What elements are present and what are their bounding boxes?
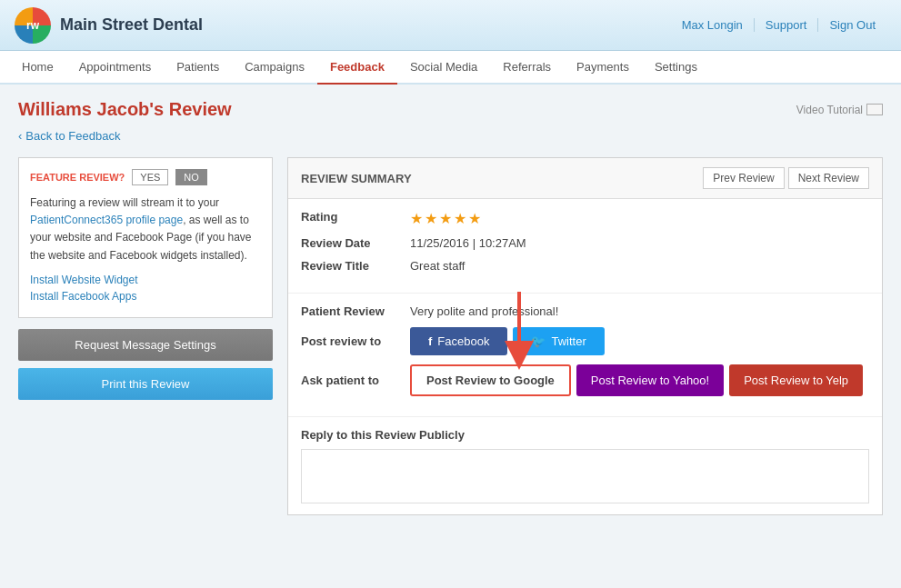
install-website-widget-link[interactable]: Install Website Widget bbox=[30, 274, 261, 286]
print-review-button[interactable]: Print this Review bbox=[18, 368, 273, 400]
facebook-label: Facebook bbox=[437, 334, 489, 348]
nav-payments[interactable]: Payments bbox=[564, 51, 642, 83]
rating-row: Rating ★★★★★ bbox=[301, 210, 869, 227]
video-tutorial[interactable]: Video Tutorial bbox=[796, 104, 883, 116]
feature-links: Install Website Widget Install Facebook … bbox=[30, 274, 261, 303]
post-review-row: Post review to f Facebook 🐦 Twitter bbox=[301, 327, 869, 355]
feature-review-header: FEATURE REVIEW? YES NO bbox=[30, 169, 261, 185]
title-label: Review Title bbox=[301, 259, 410, 273]
feature-review-box: FEATURE REVIEW? YES NO Featuring a revie… bbox=[18, 157, 273, 318]
patient-review-value: Very polite and professional! bbox=[410, 304, 558, 318]
back-to-feedback-label: Back to Feedback bbox=[25, 129, 120, 143]
feature-yes-button[interactable]: YES bbox=[132, 169, 168, 185]
date-label: Review Date bbox=[301, 236, 410, 250]
request-message-settings-button[interactable]: Request Message Settings bbox=[18, 329, 273, 361]
reply-box[interactable] bbox=[301, 449, 869, 503]
twitter-button[interactable]: 🐦 Twitter bbox=[513, 327, 604, 355]
page-content: Williams Jacob's Review Video Tutorial ‹… bbox=[0, 85, 901, 530]
prev-review-button[interactable]: Prev Review bbox=[703, 167, 784, 189]
feature-review-label: FEATURE REVIEW? bbox=[30, 172, 125, 183]
left-panel: FEATURE REVIEW? YES NO Featuring a revie… bbox=[18, 157, 273, 515]
twitter-label: Twitter bbox=[551, 334, 586, 348]
patient-review-label: Patient Review bbox=[301, 304, 410, 318]
post-yahoo-button[interactable]: Post Review to Yahoo! bbox=[576, 364, 724, 396]
app-title: Main Street Dental bbox=[60, 15, 203, 35]
header: rw Main Street Dental Max Longin Support… bbox=[0, 0, 901, 51]
nav-buttons: Prev Review Next Review bbox=[703, 167, 869, 189]
facebook-icon: f bbox=[428, 334, 432, 348]
review-actions: Patient Review Very polite and professio… bbox=[288, 294, 882, 417]
next-review-button[interactable]: Next Review bbox=[788, 167, 869, 189]
post-yelp-button[interactable]: Post Review to Yelp bbox=[729, 364, 863, 396]
navbar: Home Appointments Patients Campaigns Fee… bbox=[0, 51, 901, 85]
back-to-feedback-link[interactable]: ‹ Back to Feedback bbox=[18, 129, 120, 143]
nav-settings[interactable]: Settings bbox=[642, 51, 710, 83]
video-icon bbox=[866, 104, 883, 115]
page-title: Williams Jacob's Review bbox=[18, 99, 232, 120]
ask-patient-row: Ask patient to Pos bbox=[301, 364, 869, 396]
date-value: 11/25/2016 | 10:27AM bbox=[410, 236, 526, 250]
post-google-button[interactable]: Post Review to Google bbox=[410, 364, 571, 396]
rating-stars: ★★★★★ bbox=[410, 210, 483, 227]
facebook-button[interactable]: f Facebook bbox=[410, 327, 507, 355]
twitter-icon: 🐦 bbox=[531, 334, 546, 348]
title-value: Great staff bbox=[410, 259, 465, 273]
nav-patients[interactable]: Patients bbox=[164, 51, 232, 83]
review-summary-box: REVIEW SUMMARY Prev Review Next Review R… bbox=[287, 157, 883, 515]
user-link[interactable]: Max Longin bbox=[671, 18, 755, 32]
patientconnect-link[interactable]: PatientConnect365 profile page bbox=[30, 214, 183, 226]
back-arrow-icon: ‹ bbox=[18, 129, 22, 143]
nav-feedback[interactable]: Feedback bbox=[317, 51, 397, 85]
header-nav-right: Max Longin Support Sign Out bbox=[671, 18, 886, 32]
logo-area: rw Main Street Dental bbox=[15, 7, 203, 44]
main-layout: FEATURE REVIEW? YES NO Featuring a revie… bbox=[18, 157, 883, 515]
right-panel: REVIEW SUMMARY Prev Review Next Review R… bbox=[287, 157, 883, 515]
post-review-buttons: f Facebook 🐦 Twitter bbox=[410, 327, 605, 355]
nav-home[interactable]: Home bbox=[9, 51, 66, 83]
nav-social-media[interactable]: Social Media bbox=[397, 51, 490, 83]
nav-referrals[interactable]: Referrals bbox=[490, 51, 564, 83]
nav-campaigns[interactable]: Campaigns bbox=[232, 51, 317, 83]
page-header: Williams Jacob's Review Video Tutorial bbox=[18, 99, 883, 120]
review-summary-title: REVIEW SUMMARY bbox=[301, 172, 412, 185]
ask-patient-label: Ask patient to bbox=[301, 374, 410, 387]
feature-description: Featuring a review will stream it to you… bbox=[30, 194, 261, 264]
title-row: Review Title Great staff bbox=[301, 259, 869, 273]
ask-patient-buttons: Post Review to Google Post Review to Yah… bbox=[410, 364, 863, 396]
support-link[interactable]: Support bbox=[755, 18, 819, 32]
reply-label: Reply to this Review Publicly bbox=[301, 428, 869, 442]
review-details: Rating ★★★★★ Review Date 11/25/2016 | 10… bbox=[288, 199, 882, 294]
patient-review-row: Patient Review Very polite and professio… bbox=[301, 304, 869, 318]
video-tutorial-label: Video Tutorial bbox=[796, 104, 863, 116]
date-row: Review Date 11/25/2016 | 10:27AM bbox=[301, 236, 869, 250]
logo-text: rw bbox=[26, 19, 39, 32]
feature-no-button[interactable]: NO bbox=[175, 169, 207, 185]
signout-link[interactable]: Sign Out bbox=[818, 18, 886, 32]
reply-section: Reply to this Review Publicly bbox=[288, 417, 882, 514]
review-summary-header: REVIEW SUMMARY Prev Review Next Review bbox=[288, 158, 882, 199]
rating-label: Rating bbox=[301, 210, 410, 224]
nav-appointments[interactable]: Appointments bbox=[66, 51, 165, 83]
logo-icon: rw bbox=[15, 7, 51, 44]
install-facebook-apps-link[interactable]: Install Facebook Apps bbox=[30, 290, 261, 303]
post-review-label: Post review to bbox=[301, 334, 410, 348]
